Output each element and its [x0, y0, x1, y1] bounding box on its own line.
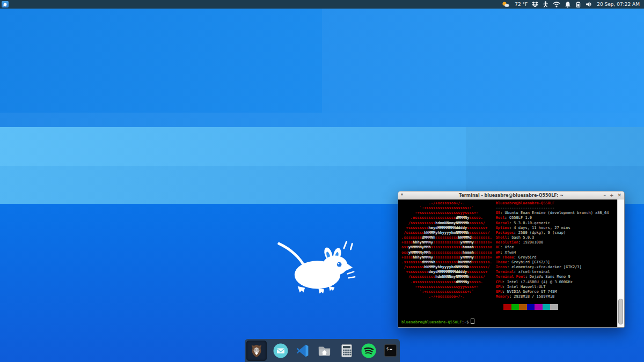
palette-swatch	[543, 304, 551, 310]
palette-swatch	[503, 304, 511, 310]
neofetch-info-line: GPU: NVIDIA GeForce GT 745M	[496, 290, 609, 294]
spotify-icon	[361, 343, 377, 359]
neofetch-info-line: Kernel: 5.3.0-10-generic	[496, 221, 609, 226]
xfce-mouse-logo	[275, 236, 358, 295]
dropbox-icon[interactable]	[532, 1, 538, 8]
top-panel: 72 °F	[0, 0, 644, 9]
ascii-art-line: .ssssssssdMMMNhsssssssssshNMMMdssssssss.	[401, 235, 492, 240]
vscode-icon	[295, 343, 310, 358]
ascii-art-line: /sssssssshNMMMyhhyyyyhmNMMMNhssssssss/	[401, 231, 492, 235]
dock: $	[245, 339, 400, 362]
ascii-art-line: `:+ssssssssssssssssss+:`	[401, 206, 492, 211]
volume-icon[interactable]	[586, 1, 592, 8]
ascii-art-line: /sssssssshNMMMyhhyyyyhdNMMMNhssssssss/	[401, 265, 492, 270]
wifi-icon[interactable]	[553, 1, 560, 8]
ascii-art-line: -+ssssssssssssssssssyyssss+-	[401, 211, 492, 216]
dock-item-spotify[interactable]	[361, 343, 377, 359]
ascii-art-line: ossyNMMMNyMMhsssssssssssssshmmmhssssssso	[401, 250, 492, 255]
weather-temperature[interactable]: 72 °F	[515, 2, 528, 7]
neofetch-info-line: Terminal: xfce4-terminal	[496, 270, 609, 275]
folder-home-icon	[317, 343, 332, 358]
wallpaper-highlight	[322, 9, 644, 113]
ascii-art-line: .-/+oossssoo+/-.	[401, 201, 492, 206]
palette-swatch	[496, 304, 504, 310]
neofetch-info-line: Terminal Font: DejaVu Sans Mono 9	[496, 275, 609, 279]
applications-menu-button[interactable]	[2, 1, 9, 8]
ascii-art-line: +sssshhhyNMMNyssssssssssssyNMMMysssssss+	[401, 255, 492, 260]
accessibility-icon[interactable]	[543, 1, 548, 8]
prompt-user-host: bluesabre@bluesabre-Q550LF	[401, 320, 462, 324]
dock-item-vscode[interactable]	[295, 343, 311, 359]
neofetch-info-line: OS: Ubuntu Eoan Ermine (development bran…	[496, 211, 609, 216]
terminal-scrollbar[interactable]	[617, 200, 624, 327]
neofetch-separator: --------------------------	[496, 206, 609, 211]
system-tray: 72 °F	[502, 1, 592, 8]
ascii-art-line: .ossssssssssssssssssdMMMNysssso.	[401, 216, 492, 220]
mail-icon	[273, 343, 289, 359]
brave-icon	[249, 343, 264, 358]
neofetch-info-line: CPU: Intel i7-4500U (4) @ 3.000GHz	[496, 280, 609, 285]
panel-clock[interactable]: 20 Sep, 07:22 AM	[597, 2, 640, 7]
dock-item-mail[interactable]	[273, 343, 289, 359]
neofetch-info: bluesabre@bluesabre-Q550LF--------------…	[496, 201, 609, 313]
ascii-art-line: -+sssssssssssssssssyyyssss+-	[401, 285, 492, 290]
neofetch-info-line: DE: Xfce	[496, 245, 609, 250]
terminal-color-palette	[496, 304, 609, 313]
ascii-art-line: `:+ssssssssssssssssss+:`	[401, 290, 492, 294]
xfce-menu-icon	[3, 2, 8, 7]
palette-swatch	[527, 304, 535, 310]
neofetch-info-line: Icons: elementary-xfce-darker [GTK2/3]	[496, 265, 609, 270]
scrollbar-thumb[interactable]	[618, 299, 623, 324]
neofetch-info-line: GPU: Intel Haswell-ULT	[496, 285, 609, 290]
terminal-window-title: Terminal - bluesabre@bluesabre-Q550LF: ~	[459, 193, 564, 198]
palette-swatch	[519, 304, 527, 310]
ascii-art-line: ossyNMMMNyMMhsssssssssssssshmmmhssssssso	[401, 245, 492, 250]
neofetch-info-line: Host: Q550LF 1.0	[496, 216, 609, 220]
ascii-art-line: +sssshhhyNMMNyssssssssssssyNMMMysssssss+	[401, 240, 492, 245]
palette-swatch	[535, 304, 543, 310]
ascii-art-line: +sssssssssdmydMMMMMMMMddddyssssssss+	[401, 270, 492, 275]
neofetch-info-line: WM: Xfwm4	[496, 250, 609, 255]
battery-icon[interactable]	[575, 1, 581, 8]
palette-swatch	[511, 304, 519, 310]
neofetch-info-line: Uptime: 4 days, 11 hours, 27 mins	[496, 226, 609, 231]
terminal-window: ▾ Terminal - bluesabre@bluesabre-Q550LF:…	[398, 191, 625, 328]
ascii-art-line: +ssssssssshmydMMMMMMMNddddyssssssss+	[401, 226, 492, 231]
dock-item-calculator[interactable]	[339, 343, 355, 359]
dock-item-terminal[interactable]: $	[383, 343, 399, 359]
dock-item-file-manager[interactable]	[317, 343, 333, 359]
neofetch-info-line: Theme: Greybird [GTK2/3]	[496, 260, 609, 265]
maximize-button[interactable]: +	[610, 191, 614, 199]
weather-icon[interactable]	[502, 1, 509, 8]
wallpaper-highlight	[0, 113, 644, 127]
svg-text:$: $	[386, 346, 389, 351]
neofetch-info-line: Shell: bash 5.0.3	[496, 235, 609, 240]
neofetch-info-line: Memory: 2928MiB / 15897MiB	[496, 294, 609, 299]
neofetch-info-line: Packages: 2580 (dpkg), 9 (snap)	[496, 231, 609, 235]
shell-prompt: bluesabre@bluesabre-Q550LF:~$	[401, 319, 474, 324]
ascii-art-line: .ssssssssdMMMNhsssssssssshNMMMdssssssss.	[401, 260, 492, 265]
terminal-app-icon: $	[383, 343, 398, 358]
notifications-bell-icon[interactable]	[565, 1, 571, 8]
minimize-button[interactable]: –	[603, 191, 606, 199]
neofetch-info-line: Resolution: 1920x1080	[496, 240, 609, 245]
ascii-art-line: .ossssssssssssssssssdMMMNysssso.	[401, 280, 492, 285]
window-menu-icon[interactable]: ▾	[401, 192, 403, 197]
desktop[interactable]: 72 °F	[0, 0, 644, 362]
prompt-symbol: $	[466, 320, 469, 324]
neofetch-ascii-art: .-/+oossssoo+/-. `:+ssssssssssssssssss+:…	[401, 201, 492, 313]
neofetch-info-line: WM Theme: Greybird	[496, 255, 609, 260]
close-button[interactable]: ✕	[617, 191, 621, 199]
ascii-art-line: /ssssssssssshdmmNNmmyNMMMMhssssss/	[401, 221, 492, 226]
dock-item-brave[interactable]	[246, 341, 267, 361]
terminal-content[interactable]: .-/+oossssoo+/-. `:+ssssssssssssssssss+:…	[398, 200, 624, 327]
calculator-icon	[339, 343, 354, 358]
palette-swatch	[550, 304, 558, 310]
terminal-titlebar[interactable]: ▾ Terminal - bluesabre@bluesabre-Q550LF:…	[398, 191, 624, 200]
ascii-art-line: /ssssssssssshdmNNNNmyNMMMMhssssss/	[401, 275, 492, 279]
ascii-art-line: .-/+oossssoo+/-.	[401, 294, 492, 299]
terminal-cursor	[471, 319, 474, 324]
neofetch-user-host: bluesabre@bluesabre-Q550LF	[496, 201, 609, 206]
